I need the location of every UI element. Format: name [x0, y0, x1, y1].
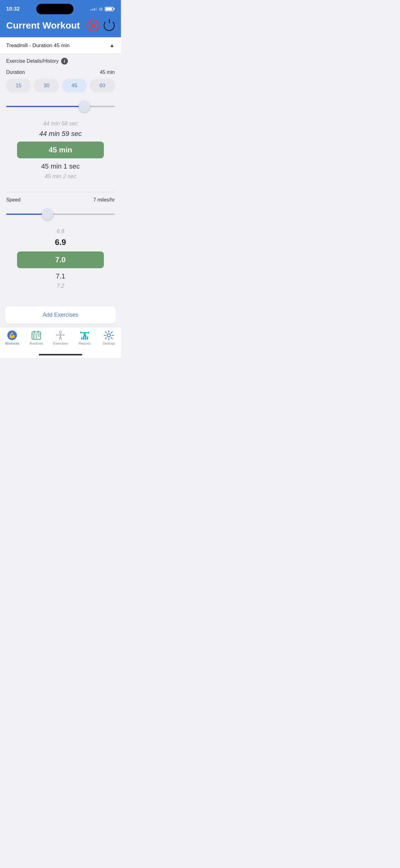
svg-rect-26 [87, 337, 88, 340]
status-time: 10:32 [6, 6, 20, 12]
duration-buttons: 15 30 45 60 [6, 79, 115, 93]
tab-reports[interactable]: Reports [72, 330, 97, 345]
svg-line-17 [61, 337, 62, 340]
settings-icon [104, 330, 114, 340]
duration-header: Duration 45 min [6, 69, 115, 75]
picker-item-1: 44 min 58 sec [6, 119, 115, 128]
speed-picker-selected-container: 7.0 [6, 250, 115, 270]
chevron-up-icon: ▲ [109, 42, 115, 49]
speed-slider[interactable] [6, 207, 115, 222]
speed-value: 7 miles/hr [93, 197, 115, 203]
tab-reports-label: Reports [79, 341, 91, 345]
tab-routines[interactable]: Routines [24, 330, 48, 345]
workouts-svg: 💪 [7, 330, 17, 341]
speed-picker-item-4: 7.1 [6, 271, 115, 282]
svg-rect-24 [83, 336, 84, 340]
tab-exercises-label: Exercises [53, 341, 68, 345]
speed-slider-thumb[interactable] [42, 209, 53, 220]
slider-fill [6, 106, 84, 107]
exercise-history-row: Exercise Details/History i [6, 58, 115, 65]
svg-rect-19 [88, 332, 89, 333]
cancel-button[interactable] [87, 19, 99, 32]
svg-rect-7 [36, 335, 37, 337]
svg-rect-6 [33, 335, 34, 337]
svg-rect-23 [81, 337, 82, 340]
info-icon[interactable]: i [61, 58, 68, 65]
page-title: Current Workout [6, 20, 80, 31]
tab-bar: 💪 Workouts Routines [0, 327, 121, 353]
picker-item-5: 45 min 2 sec [6, 172, 115, 181]
workouts-icon: 💪 [7, 330, 17, 340]
svg-point-27 [107, 334, 110, 337]
speed-header: Speed 7 miles/hr [6, 197, 115, 203]
routines-icon [31, 330, 41, 340]
header: Current Workout [0, 17, 121, 37]
speed-label: Speed [6, 197, 21, 203]
add-exercises-container: Add Exercises [0, 302, 121, 327]
picker-item-2: 44 min 59 sec [6, 128, 115, 139]
duration-btn-30[interactable]: 30 [34, 79, 59, 93]
settings-svg [104, 330, 114, 340]
wifi-icon: ⊖ [99, 6, 103, 12]
duration-btn-15[interactable]: 15 [6, 79, 31, 93]
header-actions [87, 19, 115, 32]
duration-picker[interactable]: 44 min 58 sec 44 min 59 sec 45 min 45 mi… [6, 119, 115, 181]
svg-text:💪: 💪 [9, 332, 16, 339]
battery-icon [105, 7, 115, 11]
duration-btn-45[interactable]: 45 [62, 79, 87, 93]
speed-section: Speed 7 miles/hr 6.8 6.9 7.0 7.1 7.2 [0, 192, 121, 302]
exercise-history-label: Exercise Details/History [6, 58, 59, 64]
tab-settings[interactable]: Settings [97, 330, 121, 345]
home-indicator [0, 353, 121, 358]
slider-thumb[interactable] [79, 101, 90, 112]
duration-btn-60[interactable]: 60 [90, 79, 115, 93]
duration-section: Duration 45 min 15 30 45 60 44 min 58 se… [0, 69, 121, 192]
status-bar: 10:32 ⊖ [0, 0, 121, 17]
reports-icon [80, 330, 90, 340]
tab-workouts[interactable]: 💪 Workouts [0, 330, 24, 345]
main-content: Treadmill - Duration 45 min ▲ Exercise D… [0, 37, 121, 302]
svg-rect-18 [80, 332, 81, 333]
svg-rect-8 [38, 335, 39, 337]
tab-exercises[interactable]: Exercises [48, 330, 72, 345]
svg-rect-14 [57, 334, 58, 336]
exercises-svg [56, 330, 65, 340]
speed-picker[interactable]: 6.8 6.9 7.0 7.1 7.2 [6, 227, 115, 290]
picker-item-selected: 45 min [17, 142, 104, 158]
add-exercises-button[interactable]: Add Exercises [5, 306, 116, 324]
svg-rect-25 [85, 335, 86, 340]
duration-slider[interactable] [6, 99, 115, 114]
routines-svg [31, 330, 41, 340]
speed-picker-selected: 7.0 [17, 251, 104, 268]
picker-item-selected-container: 45 min [6, 140, 115, 160]
dynamic-island [36, 4, 73, 14]
svg-rect-21 [84, 333, 86, 334]
workout-card-title: Treadmill - Duration 45 min [6, 42, 69, 49]
svg-rect-15 [63, 334, 65, 336]
speed-slider-fill [6, 214, 47, 215]
power-button[interactable] [104, 20, 115, 31]
exercises-icon [56, 330, 65, 340]
duration-label: Duration [6, 69, 25, 75]
tab-settings-label: Settings [103, 341, 115, 345]
exercise-details-section: Exercise Details/History i [0, 54, 121, 65]
cancel-x-icon [88, 19, 98, 32]
status-icons: ⊖ [90, 6, 115, 12]
speed-picker-item-1: 6.8 [6, 227, 115, 236]
speed-picker-item-2: 6.9 [6, 236, 115, 249]
picker-item-4: 45 min 1 sec [6, 161, 115, 172]
tab-workouts-label: Workouts [5, 341, 19, 345]
reports-svg [80, 330, 90, 340]
svg-rect-9 [33, 337, 34, 338]
speed-picker-item-5: 7.2 [6, 282, 115, 290]
duration-value: 45 min [100, 69, 115, 75]
tab-routines-label: Routines [29, 341, 43, 345]
signal-icon [90, 7, 97, 10]
home-bar [39, 354, 82, 355]
svg-rect-20 [81, 332, 88, 333]
workout-card-header[interactable]: Treadmill - Duration 45 min ▲ [0, 37, 121, 54]
svg-rect-10 [36, 337, 37, 338]
